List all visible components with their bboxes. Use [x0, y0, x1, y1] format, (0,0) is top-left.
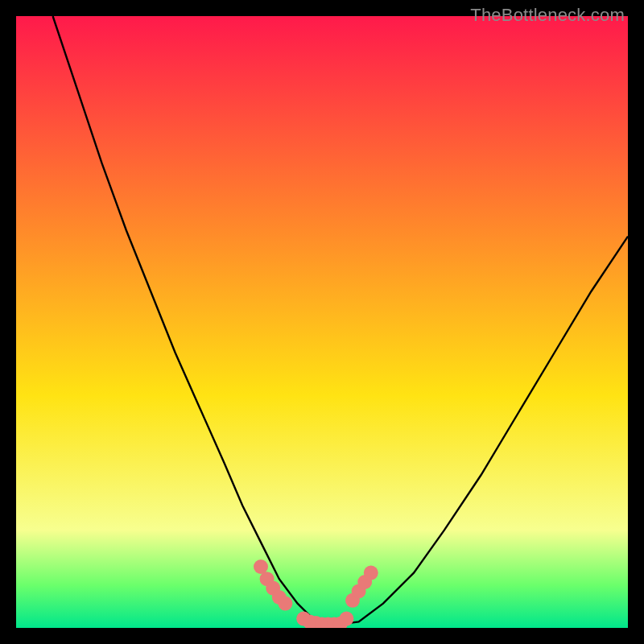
highlight-marker — [364, 566, 378, 580]
highlight-marker — [339, 612, 353, 626]
highlight-marker — [278, 597, 292, 611]
bottleneck-chart — [16, 16, 628, 628]
chart-frame — [16, 16, 628, 628]
gradient-background — [16, 16, 628, 628]
watermark-text: TheBottleneck.com — [470, 5, 625, 26]
